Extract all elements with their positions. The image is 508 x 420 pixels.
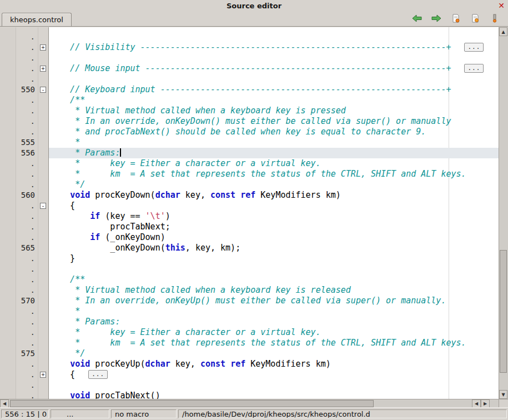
code-line[interactable]: . * and procTabNext() should be called w… xyxy=(0,127,499,137)
code-line[interactable]: . * xyxy=(0,306,499,317)
fold-toggle-icon[interactable]: + xyxy=(40,66,46,72)
code-line[interactable]: . /** xyxy=(0,274,499,285)
fold-margin-cell xyxy=(38,264,49,274)
fold-toggle-icon[interactable]: + xyxy=(40,44,46,51)
code-text: // Visibility --------------------------… xyxy=(49,42,499,53)
line-number: . xyxy=(0,42,38,53)
line-number: . xyxy=(0,32,38,42)
fold-margin-cell xyxy=(38,243,49,253)
code-line[interactable]: .+ // Mouse input ----------------------… xyxy=(0,63,499,74)
code-line[interactable]: . * In an override, onKeyDown() must eit… xyxy=(0,116,499,127)
code-line[interactable]: . } xyxy=(0,253,499,264)
code-line[interactable]: 560 void procKeyDown(dchar key, const re… xyxy=(0,190,499,201)
fold-margin-cell xyxy=(38,285,49,296)
horizontal-scrollbar-thumb[interactable] xyxy=(10,400,374,407)
code-editor[interactable]: ..+ // Visibility ----------------------… xyxy=(0,27,499,399)
fold-margin-cell xyxy=(38,391,49,399)
code-line[interactable]: .+ {... xyxy=(0,369,499,380)
window-titlebar: Source editor ✕ xyxy=(0,0,508,11)
code-line[interactable]: . if (key == '\t') xyxy=(0,211,499,222)
fold-margin-cell xyxy=(38,158,49,169)
scroll-left-icon[interactable]: ◀ xyxy=(0,399,9,408)
code-line[interactable]: . * Virtual method called when a keyboar… xyxy=(0,106,499,116)
fold-toggle-icon[interactable]: - xyxy=(40,203,46,209)
code-text: * Virtual method called when a keyboard … xyxy=(49,106,499,116)
fold-margin-cell xyxy=(38,53,49,63)
scroll-left-secondary-icon[interactable]: ◀ xyxy=(472,399,481,408)
scroll-right-icon[interactable]: ▶ xyxy=(481,399,490,408)
code-line[interactable]: . void procTabNext() xyxy=(0,391,499,399)
code-line[interactable]: . * km = A set that represents the statu… xyxy=(0,169,499,179)
code-line[interactable]: .- { xyxy=(0,201,499,211)
code-line[interactable]: . if (_onKeyDown) xyxy=(0,232,499,243)
code-line[interactable]: . /** xyxy=(0,95,499,106)
collapsed-fold-indicator[interactable]: ... xyxy=(88,370,108,379)
code-line[interactable]: . * Params: xyxy=(0,317,499,327)
code-line[interactable]: . xyxy=(0,74,499,84)
fold-margin-cell xyxy=(38,95,49,106)
code-text: _onKeyDown(this, key, km); xyxy=(49,243,499,253)
close-window-button[interactable]: ✕ xyxy=(498,1,505,10)
fold-margin-cell xyxy=(38,296,49,306)
code-line[interactable]: . * key = Either a character or a virtua… xyxy=(0,158,499,169)
line-number: . xyxy=(0,53,38,63)
code-line[interactable]: 555 * xyxy=(0,137,499,148)
code-line[interactable]: . * Virtual method called when a keyboar… xyxy=(0,285,499,296)
code-line[interactable]: 570 * In an override, onKeyUp() must eit… xyxy=(0,296,499,306)
code-line[interactable]: .+ // Visibility -----------------------… xyxy=(0,42,499,53)
code-line[interactable]: 575 */ xyxy=(0,348,499,359)
code-text: */ xyxy=(49,179,499,190)
code-line[interactable]: . xyxy=(0,53,499,63)
code-line[interactable]: . * key = Either a character or a virtua… xyxy=(0,327,499,338)
vertical-scrollbar[interactable]: ▲ ▼ xyxy=(499,27,508,399)
line-number: . xyxy=(0,158,38,169)
code-line[interactable]: . xyxy=(0,32,499,42)
fold-margin-cell xyxy=(38,190,49,201)
code-line[interactable]: 550- // Keyboard input -----------------… xyxy=(0,84,499,95)
code-text: /** xyxy=(49,274,499,285)
fold-margin-cell xyxy=(38,306,49,317)
fold-toggle-icon[interactable]: - xyxy=(40,87,46,93)
code-text xyxy=(49,380,499,391)
code-line[interactable]: . * km = A set that represents the statu… xyxy=(0,338,499,348)
tab-label: kheops.control xyxy=(10,16,63,24)
fold-margin-cell xyxy=(38,148,49,158)
code-text xyxy=(49,53,499,63)
line-number: 565 xyxy=(0,243,38,253)
collapsed-fold-indicator[interactable]: ... xyxy=(464,43,484,52)
line-number: 570 xyxy=(0,296,38,306)
tab-kheops-control[interactable]: kheops.control xyxy=(2,13,72,26)
save-document-icon[interactable] xyxy=(450,13,462,23)
code-line[interactable]: . xyxy=(0,264,499,274)
line-number: . xyxy=(0,317,38,327)
line-number: 575 xyxy=(0,348,38,359)
scroll-up-icon[interactable]: ▲ xyxy=(499,27,507,36)
code-line[interactable]: . procTabNext; xyxy=(0,222,499,232)
code-text: { xyxy=(49,201,499,211)
file-path-cell: /home/basile/Dev/dproj/kheops/src/kheops… xyxy=(178,409,507,418)
save-document-as-icon[interactable] xyxy=(469,13,481,23)
line-number: . xyxy=(0,74,38,84)
go-forward-icon[interactable] xyxy=(430,13,442,23)
code-line[interactable]: . xyxy=(0,380,499,391)
code-line[interactable]: 556 * Params: xyxy=(0,148,499,158)
line-number: . xyxy=(0,211,38,222)
text-caret xyxy=(120,148,121,157)
detach-editor-icon[interactable] xyxy=(489,13,501,23)
fold-toggle-icon[interactable]: + xyxy=(40,372,46,378)
code-text: * Params: xyxy=(49,317,499,327)
line-number: . xyxy=(0,222,38,232)
go-back-icon[interactable] xyxy=(411,13,423,23)
fold-margin-cell xyxy=(38,179,49,190)
code-line[interactable]: . void procKeyUp(dchar key, const ref Ke… xyxy=(0,359,499,369)
scroll-down-icon[interactable]: ▼ xyxy=(499,390,507,399)
collapsed-fold-indicator[interactable]: ... xyxy=(464,64,484,73)
code-line[interactable]: 565 _onKeyDown(this, key, km); xyxy=(0,243,499,253)
vertical-scrollbar-thumb[interactable] xyxy=(500,250,507,373)
line-number: . xyxy=(0,327,38,338)
horizontal-scrollbar[interactable]: ◀ ◀ ▶ xyxy=(0,399,499,408)
code-line[interactable]: . */ xyxy=(0,179,499,190)
fold-margin-cell xyxy=(38,317,49,327)
caret-position-cell: 556 : 15 | 0 xyxy=(1,409,49,418)
line-number: . xyxy=(0,285,38,296)
